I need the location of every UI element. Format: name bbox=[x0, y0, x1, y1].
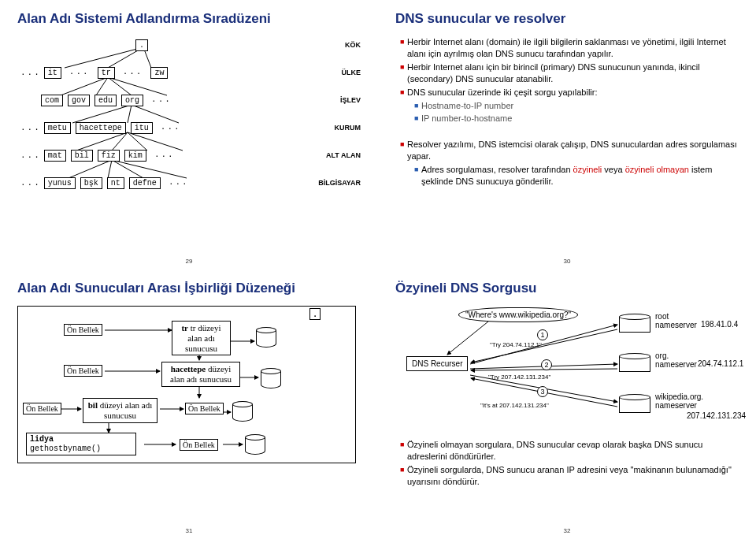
cache-box: Ön Bellek bbox=[23, 403, 61, 414]
nameserver-icon bbox=[619, 314, 650, 334]
bullet-icon bbox=[414, 164, 421, 188]
server-hacettepe: hacettepe düzeyi alan adı sunucusu bbox=[161, 362, 240, 386]
tree-node: edu bbox=[94, 95, 117, 106]
bullet-icon bbox=[400, 464, 407, 488]
svg-line-30 bbox=[447, 322, 488, 355]
page-number: 32 bbox=[564, 527, 571, 534]
cache-box: Ön Bellek bbox=[185, 403, 224, 414]
step-badge: 2 bbox=[541, 359, 552, 370]
bullet-text: Özyineli sorgularda, DNS sunucu aranan I… bbox=[407, 464, 739, 488]
step-badge: 3 bbox=[537, 386, 548, 397]
slide-32: Özyineli DNS Sorgusu "Where's www.wikipe… bbox=[378, 270, 756, 539]
recursive-dns-diagram: "Where's www.wikipedia.org?" DNS Recurse… bbox=[395, 306, 734, 428]
tree-node: nt bbox=[107, 177, 124, 189]
bullet-icon bbox=[414, 113, 421, 125]
reply-text: "It's at 207.142.131.234" bbox=[480, 402, 549, 409]
reply-text: "Try 207.142.131.234" bbox=[488, 374, 550, 381]
bullet-text: Özyineli olmayan sorgulara, DNS sunucula… bbox=[407, 439, 739, 463]
cache-box: Ön Bellek bbox=[64, 365, 102, 377]
tree-node: yunus bbox=[44, 177, 76, 189]
bullet-icon bbox=[400, 439, 407, 463]
slide-title: DNS sunucular ve resolver bbox=[395, 11, 739, 27]
tree-node: bşk bbox=[80, 177, 102, 189]
tree-node: it bbox=[44, 67, 61, 79]
bullet-text: Resolver yazılımı, DNS istemcisi olarak … bbox=[407, 139, 739, 162]
query-bubble: "Where's www.wikipedia.org?" bbox=[458, 307, 578, 322]
dns-cooperation-diagram: . Ön Bellek tr tr düzeyi alan adı sunucu… bbox=[17, 306, 356, 463]
bullet-text: IP number-to-hostname bbox=[421, 113, 739, 125]
slide-31: Alan Adı Sunucuları Arası İşbirliği Düze… bbox=[0, 270, 378, 539]
slide-29: Alan Adı Sistemi Adlandırma Sıradüzeni .… bbox=[0, 0, 378, 270]
bullet-text: Hostname-to-IP number bbox=[421, 100, 739, 112]
bullet-icon bbox=[400, 36, 407, 60]
cache-box: Ön Bellek bbox=[180, 439, 218, 451]
cache-box: Ön Bellek bbox=[64, 324, 102, 336]
ns-ip: 204.74.112.1 bbox=[698, 359, 743, 368]
dns-recurser-box: DNS Recurser bbox=[406, 356, 468, 371]
tree-node: defne bbox=[129, 177, 161, 189]
tree-node: gov bbox=[68, 95, 90, 106]
tree-node: hacettepe bbox=[76, 122, 126, 134]
tree-node: tr bbox=[98, 67, 115, 79]
bullet-text: Herbir Internet alanı (domain) ile ilgil… bbox=[407, 36, 739, 60]
tree-node: org bbox=[121, 95, 143, 106]
reply-text: "Try 204.74.112.1" bbox=[490, 341, 542, 348]
bullet-text: Herbir Internet alanı için bir birincil … bbox=[407, 61, 739, 85]
bullet-icon bbox=[414, 100, 421, 112]
level-label: KÖK bbox=[329, 41, 361, 49]
level-label: BİLGİSAYAR bbox=[302, 179, 361, 187]
ns-label: org.nameserver bbox=[655, 351, 697, 369]
disk-icon bbox=[245, 434, 265, 456]
level-label: KURUM bbox=[319, 124, 361, 132]
tree-node: zw bbox=[150, 67, 168, 79]
disk-icon bbox=[232, 401, 253, 423]
server-tr: tr tr düzeyi alan adı sunucusu bbox=[172, 321, 231, 355]
slide-title: Alan Adı Sistemi Adlandırma Sıradüzeni bbox=[17, 11, 361, 27]
slide-title: Özyineli DNS Sorgusu bbox=[395, 281, 739, 296]
bullet-icon bbox=[400, 61, 407, 85]
bullet-text: DNS sunucular üzerinde iki çeşit sorgu y… bbox=[407, 87, 739, 99]
level-label: İŞLEV bbox=[324, 96, 361, 104]
tree-node: kim bbox=[124, 150, 146, 162]
tree-node: bil bbox=[71, 150, 93, 162]
ns-label: wikipedia.org.nameserver bbox=[655, 392, 703, 410]
nameserver-icon bbox=[619, 394, 650, 414]
ns-ip: 207.142.131.234 bbox=[687, 411, 746, 420]
tree-node: mat bbox=[44, 150, 66, 162]
page-number: 30 bbox=[564, 258, 571, 265]
root-dot: . bbox=[309, 308, 321, 320]
bullet-icon bbox=[400, 87, 407, 99]
step-badge: 1 bbox=[537, 329, 548, 340]
tree-node: . bbox=[135, 39, 148, 51]
bullet-text: Adres sorgulaması, resolver tarafından ö… bbox=[421, 164, 739, 188]
slide-title: Alan Adı Sunucuları Arası İşbirliği Düze… bbox=[17, 281, 361, 296]
tree-node: com bbox=[41, 95, 63, 106]
server-bil: bil düzeyi alan adı sunucusu bbox=[83, 398, 158, 422]
tree-node: metu bbox=[44, 122, 71, 134]
slide-30: DNS sunucular ve resolver Herbir Interne… bbox=[378, 0, 756, 270]
dns-hierarchy-tree: . KÖK ... it ... tr ... zw ÜLKE com bbox=[17, 36, 361, 194]
disk-icon bbox=[261, 368, 281, 390]
client-box: lidyagethostbyname() bbox=[26, 433, 136, 455]
nameserver-icon bbox=[619, 353, 650, 374]
disk-icon bbox=[256, 327, 276, 349]
bullet-icon bbox=[400, 139, 407, 162]
tree-ellipsis: ... bbox=[17, 68, 44, 77]
level-label: ALT ALAN bbox=[310, 151, 361, 159]
page-number: 31 bbox=[186, 527, 193, 534]
ns-ip: 198.41.0.4 bbox=[701, 320, 738, 329]
tree-node: fiz bbox=[98, 150, 120, 162]
tree-node: itu bbox=[131, 122, 153, 134]
level-label: ÜLKE bbox=[326, 69, 361, 76]
ns-label: rootnameserver bbox=[655, 312, 697, 329]
page-number: 29 bbox=[186, 258, 193, 265]
